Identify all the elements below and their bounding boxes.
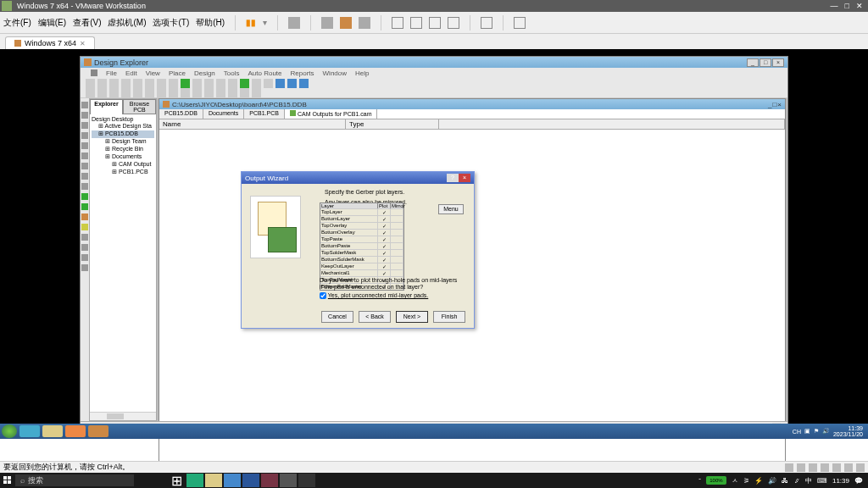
tb-print-icon[interactable] — [121, 79, 131, 88]
tb2-1-icon[interactable] — [86, 88, 95, 97]
vm-device-printer-icon[interactable] — [844, 463, 853, 472]
menu-vm[interactable]: 虚拟机(M) — [108, 17, 146, 29]
vm-device-sound-icon[interactable] — [832, 463, 841, 472]
vm-device-net-icon[interactable] — [809, 463, 817, 472]
app-g-icon[interactable] — [261, 474, 278, 487]
tray-wifi-icon[interactable]: ⚞ — [743, 477, 749, 485]
de-menu-view[interactable]: View — [146, 69, 160, 77]
cancel-button[interactable]: Cancel — [321, 311, 353, 323]
app-edge-icon[interactable] — [186, 474, 203, 487]
tb-redo-icon[interactable] — [181, 79, 190, 88]
tray-people-icon[interactable]: ㅅ — [732, 476, 738, 485]
de-menu-design[interactable]: Design — [194, 69, 215, 77]
tree-node[interactable]: ⊞ CAM Output — [92, 161, 154, 169]
fit-icon[interactable] — [392, 17, 403, 29]
unity-icon[interactable] — [429, 17, 441, 29]
tb-copy-icon[interactable] — [204, 79, 214, 88]
tray-battery[interactable]: 100% — [706, 476, 726, 485]
tree-node[interactable]: ⊞ Recycle Bin — [92, 146, 154, 153]
hdr-plot[interactable]: Plot — [378, 203, 391, 208]
lt-14-icon[interactable] — [81, 234, 88, 241]
back-button[interactable]: < Back — [359, 311, 391, 323]
close-icon[interactable]: ✕ — [856, 2, 863, 10]
tray-power-icon[interactable]: ⚡ — [754, 477, 763, 485]
layer-row[interactable]: TopSolderMask✓ — [320, 249, 403, 256]
tb-save-icon[interactable] — [109, 79, 119, 88]
minimize-icon[interactable]: — — [831, 2, 838, 10]
lt-17-icon[interactable] — [81, 264, 88, 271]
tb-plus-icon[interactable] — [228, 79, 237, 88]
tb-cut-icon[interactable] — [192, 79, 202, 88]
console-icon[interactable] — [481, 17, 492, 29]
tb2-14-icon[interactable] — [240, 88, 249, 97]
win10-start-button[interactable] — [0, 473, 15, 488]
hdr-mirror[interactable]: Mirror — [391, 203, 403, 208]
tree-node[interactable]: ⊞ PCB1.PCB — [92, 169, 154, 176]
taskbar-app-ie[interactable] — [19, 425, 40, 437]
menu-tabs[interactable]: 选项卡(T) — [153, 17, 189, 29]
layer-row[interactable]: BottomSolderMask✓ — [320, 256, 403, 263]
win7-tray-shield-icon[interactable]: ⚑ — [814, 428, 819, 435]
de-system-icon[interactable] — [91, 69, 97, 76]
vm-tab[interactable]: Windows 7 x64 ✕ — [5, 36, 95, 49]
tray-volume-icon[interactable]: 🔊 — [768, 477, 776, 485]
manage-icon[interactable] — [359, 17, 370, 29]
tab-browse-pcb[interactable]: Browse PCB — [123, 99, 156, 114]
tb2-11-icon[interactable] — [204, 88, 214, 97]
tray-ime[interactable]: 中 — [805, 476, 812, 485]
tb-tool2-icon[interactable] — [264, 79, 273, 88]
tree-node[interactable]: ⊞ Active Design Sta — [92, 123, 154, 130]
col-name[interactable]: Name — [159, 119, 346, 129]
tb-check-icon[interactable] — [240, 79, 249, 88]
lt-13-icon[interactable] — [81, 224, 88, 230]
vm-device-usb-icon[interactable] — [821, 463, 829, 472]
tray-signal-icon[interactable]: ⫽ — [793, 477, 800, 485]
tree-node[interactable]: ⊞ Design Team — [92, 138, 154, 146]
lt-9-icon[interactable] — [81, 183, 88, 190]
plot-unconnected-checkbox[interactable] — [320, 292, 326, 299]
de-menu-edit[interactable]: Edit — [125, 69, 137, 77]
de-menu-reports[interactable]: Reports — [291, 69, 314, 77]
app-rec-icon[interactable] — [298, 474, 315, 487]
win10-clock[interactable]: 11:39 — [832, 477, 849, 485]
tb2-10-icon[interactable] — [192, 88, 202, 97]
explorer-tree[interactable]: Design Desktop⊞ Active Design Sta⊞ PCB15… — [90, 114, 156, 412]
layer-row[interactable]: BottomLayer✓ — [320, 215, 403, 222]
de-menu-tools[interactable]: Tools — [224, 69, 240, 77]
docwin-maximize-icon[interactable]: □ — [772, 101, 776, 108]
send-icon[interactable] — [288, 17, 300, 29]
tree-node[interactable]: ⊞ PCB15.DDB — [92, 130, 154, 138]
layer-row[interactable]: TopLayer✓ — [320, 208, 403, 215]
revert-icon[interactable] — [340, 17, 352, 29]
tray-network-icon[interactable]: 🖧 — [782, 477, 788, 485]
de-menu-autoroute[interactable]: Auto Route — [248, 69, 282, 77]
wizard-help-icon[interactable]: ? — [447, 174, 459, 182]
layer-row[interactable]: KeepOutLayer✓ — [320, 263, 403, 269]
tab-explorer[interactable]: Explorer — [90, 99, 123, 114]
tb-help-icon[interactable] — [299, 79, 309, 88]
lt-11-icon[interactable] — [81, 203, 88, 210]
win7-tray-lang[interactable]: CH — [793, 429, 801, 435]
layer-row[interactable]: BottomOverlay✓ — [320, 229, 403, 236]
tb2-4-icon[interactable] — [121, 88, 131, 97]
tb-tool1-icon[interactable] — [252, 79, 261, 88]
menu-help[interactable]: 帮助(H) — [196, 17, 225, 29]
fullscreen-icon[interactable] — [410, 17, 422, 29]
tray-chevron-up-icon[interactable]: ˆ — [698, 477, 701, 485]
tb2-13-icon[interactable] — [228, 88, 237, 97]
de-menu-file[interactable]: File — [106, 69, 117, 77]
tb-zoomfit-icon[interactable] — [145, 79, 154, 88]
tray-keyboard-icon[interactable]: ⌨ — [817, 477, 827, 485]
tb2-9-icon[interactable] — [181, 88, 190, 97]
tb-select-icon[interactable] — [169, 79, 178, 88]
lt-5-icon[interactable] — [81, 142, 88, 149]
vm-device-cd-icon[interactable] — [797, 463, 805, 472]
wizard-checkbox-row[interactable]: Yes, plot unconnected mid-layer pads. — [320, 292, 428, 299]
tree-node[interactable]: Design Desktop — [92, 116, 154, 123]
tb-zoom-icon[interactable] — [133, 79, 142, 88]
vm-device-hdd-icon[interactable] — [785, 463, 793, 472]
de-close-icon[interactable]: × — [772, 58, 784, 67]
tb2-8-icon[interactable] — [169, 88, 178, 97]
wizard-close-icon[interactable]: × — [459, 174, 470, 182]
tb2-15-icon[interactable] — [252, 88, 261, 97]
